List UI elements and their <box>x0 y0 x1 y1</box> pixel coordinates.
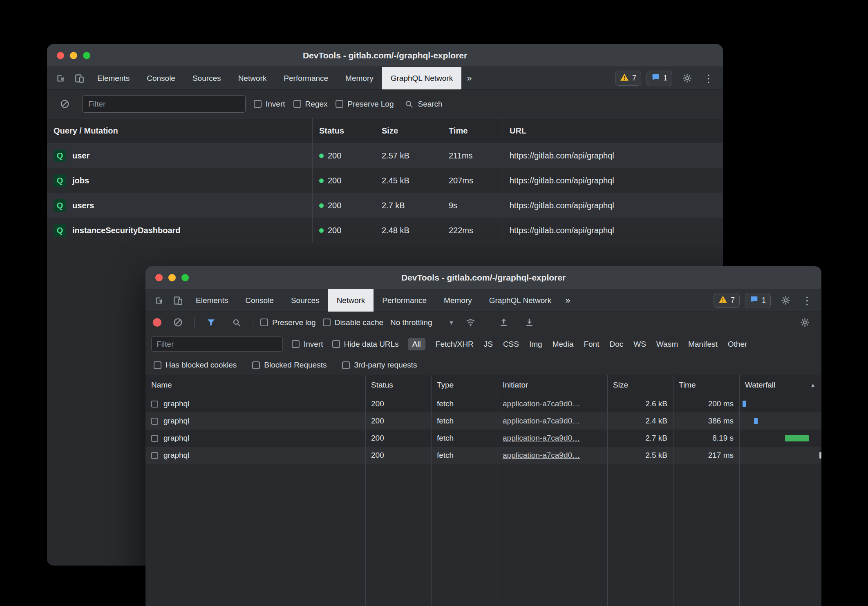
row-checkbox[interactable] <box>151 452 158 459</box>
invert-checkbox-group[interactable]: Invert <box>254 100 285 109</box>
filter-input[interactable] <box>82 95 246 113</box>
settings-gear-icon[interactable] <box>776 295 795 306</box>
table-row[interactable]: graphql 200 fetch application-a7ca9d0… 2… <box>145 430 821 447</box>
tab-console[interactable]: Console <box>138 67 184 89</box>
tab-network[interactable]: Network <box>328 289 374 312</box>
device-toolbar-icon[interactable] <box>168 289 187 312</box>
filter-type-manifest[interactable]: Manifest <box>688 340 718 349</box>
device-toolbar-icon[interactable] <box>70 67 89 89</box>
issues-badge[interactable]: 1 <box>745 293 771 308</box>
row-checkbox[interactable] <box>151 418 158 425</box>
invert-checkbox[interactable] <box>254 100 262 108</box>
network-settings-gear-icon[interactable] <box>795 317 814 328</box>
filter-type-all[interactable]: All <box>408 338 425 350</box>
network-conditions-icon[interactable] <box>461 317 480 328</box>
table-row[interactable]: Q jobs 200 2.45 kB 207ms https://gitlab.… <box>47 168 723 193</box>
tab-memory[interactable]: Memory <box>435 289 481 312</box>
tab-sources[interactable]: Sources <box>282 289 328 312</box>
tab-graphql-network[interactable]: GraphQL Network <box>481 289 560 312</box>
preserve-log-checkbox[interactable] <box>336 100 343 108</box>
column-header-waterfall[interactable]: Waterfall ▲ <box>739 375 821 395</box>
column-header-type[interactable]: Type <box>431 375 497 395</box>
filter-funnel-icon[interactable] <box>201 317 220 328</box>
column-header-time[interactable]: Time <box>673 375 739 395</box>
inspect-icon[interactable] <box>150 289 168 312</box>
search-icon[interactable] <box>227 318 246 328</box>
column-header-url[interactable]: URL <box>503 118 723 143</box>
search-button[interactable]: Search <box>404 99 442 109</box>
third-party-requests-checkbox[interactable] <box>342 361 350 369</box>
filter-type-img[interactable]: Img <box>529 340 542 349</box>
initiator-link[interactable]: application-a7ca9d0… <box>503 434 580 443</box>
filter-type-media[interactable]: Media <box>553 340 574 349</box>
initiator-link[interactable]: application-a7ca9d0… <box>503 451 580 460</box>
tab-network[interactable]: Network <box>230 67 275 89</box>
kebab-menu-icon[interactable]: ⋮ <box>702 73 716 84</box>
column-header-initiator[interactable]: Initiator <box>497 375 607 395</box>
row-checkbox[interactable] <box>151 401 158 408</box>
filter-type-ws[interactable]: WS <box>633 340 646 349</box>
regex-checkbox[interactable] <box>293 100 301 108</box>
initiator-link[interactable]: application-a7ca9d0… <box>503 399 580 408</box>
clear-icon[interactable] <box>55 99 74 109</box>
table-row[interactable]: Q user 200 2.57 kB 211ms https://gitlab.… <box>47 143 723 168</box>
more-tabs-chevron[interactable]: » <box>461 67 477 89</box>
network-filter-input[interactable] <box>151 336 283 352</box>
export-har-icon[interactable] <box>520 317 539 328</box>
kebab-menu-icon[interactable]: ⋮ <box>800 295 814 306</box>
table-row[interactable]: graphql 200 fetch application-a7ca9d0… 2… <box>145 412 821 430</box>
tab-performance[interactable]: Performance <box>275 67 337 89</box>
minimize-button[interactable] <box>168 274 176 281</box>
filter-type-font[interactable]: Font <box>584 340 599 349</box>
inspect-icon[interactable] <box>51 67 70 89</box>
clear-icon[interactable] <box>168 317 187 328</box>
column-header-time[interactable]: Time <box>442 118 503 143</box>
has-blocked-cookies-checkbox-group[interactable]: Has blocked cookies <box>154 361 237 370</box>
regex-checkbox-group[interactable]: Regex <box>293 100 328 109</box>
invert-checkbox[interactable] <box>292 340 300 348</box>
zoom-button[interactable] <box>83 52 90 59</box>
settings-gear-icon[interactable] <box>678 73 696 84</box>
column-header-size[interactable]: Size <box>375 118 442 143</box>
invert-checkbox-group[interactable]: Invert <box>292 340 323 349</box>
filter-type-wasm[interactable]: Wasm <box>656 340 678 349</box>
column-header-name[interactable]: Name <box>145 375 365 395</box>
table-row[interactable]: graphql 200 fetch application-a7ca9d0… 2… <box>145 447 821 464</box>
tab-elements[interactable]: Elements <box>187 289 237 312</box>
import-har-icon[interactable] <box>494 317 513 328</box>
preserve-log-checkbox[interactable] <box>260 319 268 326</box>
initiator-link[interactable]: application-a7ca9d0… <box>503 417 580 426</box>
table-row[interactable]: Q instanceSecurityDashboard 200 2.48 kB … <box>47 218 723 243</box>
has-blocked-cookies-checkbox[interactable] <box>154 361 161 369</box>
more-tabs-chevron[interactable]: » <box>560 289 575 312</box>
tab-sources[interactable]: Sources <box>184 67 230 89</box>
tab-performance[interactable]: Performance <box>374 289 435 312</box>
record-button[interactable] <box>153 318 161 327</box>
column-header-size[interactable]: Size <box>607 375 673 395</box>
warnings-badge[interactable]: 7 <box>714 293 740 308</box>
third-party-requests-checkbox-group[interactable]: 3rd-party requests <box>342 361 417 370</box>
throttling-dropdown[interactable]: No throttling ▼ <box>390 318 454 327</box>
row-checkbox[interactable] <box>151 435 158 442</box>
preserve-log-checkbox-group[interactable]: Preserve Log <box>336 100 394 109</box>
warnings-badge[interactable]: 7 <box>615 71 641 86</box>
tab-console[interactable]: Console <box>237 289 282 312</box>
minimize-button[interactable] <box>70 52 77 59</box>
preserve-log-checkbox-group[interactable]: Preserve log <box>260 318 316 327</box>
blocked-requests-checkbox-group[interactable]: Blocked Requests <box>252 361 327 370</box>
hide-data-urls-checkbox-group[interactable]: Hide data URLs <box>332 340 399 349</box>
table-row[interactable]: Q users 200 2.7 kB 9s https://gitlab.com… <box>47 193 723 218</box>
column-header-status[interactable]: Status <box>365 375 431 395</box>
filter-type-fetch-xhr[interactable]: Fetch/XHR <box>436 340 474 349</box>
blocked-requests-checkbox[interactable] <box>252 361 260 369</box>
column-header-status[interactable]: Status <box>312 118 375 143</box>
disable-cache-checkbox-group[interactable]: Disable cache <box>323 318 383 327</box>
filter-type-doc[interactable]: Doc <box>609 340 623 349</box>
table-row[interactable]: graphql 200 fetch application-a7ca9d0… 2… <box>145 395 821 412</box>
filter-type-other[interactable]: Other <box>728 340 747 349</box>
filter-type-css[interactable]: CSS <box>503 340 519 349</box>
filter-type-js[interactable]: JS <box>484 340 493 349</box>
tab-memory[interactable]: Memory <box>337 67 382 89</box>
close-button[interactable] <box>155 274 163 281</box>
close-button[interactable] <box>57 52 64 59</box>
